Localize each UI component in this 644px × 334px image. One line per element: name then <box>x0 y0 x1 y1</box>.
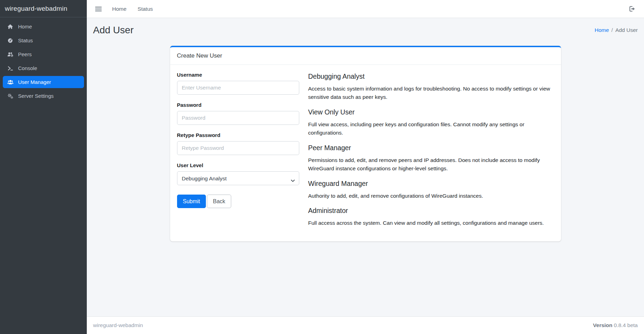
username-group: Username <box>177 72 299 95</box>
card-header: Create New User <box>170 47 561 65</box>
main-area: Home Status Add User Home/Add User Creat… <box>87 0 644 334</box>
role-block-wireguard-manager: Wireguard Manager Authority to add, edit… <box>308 180 554 200</box>
user-level-select[interactable]: Debugging Analyst <box>177 171 299 185</box>
gauge-icon <box>6 38 14 43</box>
role-block-debugging-analyst: Debugging Analyst Access to basic system… <box>308 72 554 102</box>
sidebar-item-label: Console <box>18 65 37 71</box>
role-title: Wireguard Manager <box>308 180 554 188</box>
role-block-administrator: Administrator Full access across the sys… <box>308 207 554 227</box>
content-header: Add User Home/Add User <box>87 18 644 40</box>
sidebar-item-label: Peers <box>18 51 32 57</box>
sidebar-nav: Home Status Peers Console <box>0 17 87 107</box>
sidebar-item-status[interactable]: Status <box>3 34 84 46</box>
sidebar-item-server-settings[interactable]: Server Settings <box>3 90 84 102</box>
role-descriptions: Debugging Analyst Access to basic system… <box>308 72 554 228</box>
terminal-icon <box>6 66 14 71</box>
retype-password-label: Retype Password <box>177 132 299 138</box>
users-gear-icon <box>6 52 14 57</box>
hamburger-icon <box>95 6 102 12</box>
user-level-group: User Level Debugging Analyst <box>177 162 299 185</box>
retype-password-input[interactable] <box>177 141 299 155</box>
role-description: Full view access, including peer keys an… <box>308 120 554 137</box>
footer-version-value: 0.8.4 beta <box>614 322 638 328</box>
form-actions: Submit Back <box>177 195 299 208</box>
password-input[interactable] <box>177 111 299 125</box>
sign-out-icon <box>629 6 636 12</box>
role-title: Administrator <box>308 207 554 215</box>
sidebar-item-peers[interactable]: Peers <box>3 48 84 60</box>
app-root: wireguard-webadmin Home Status Peers <box>0 0 644 334</box>
menu-toggle-button[interactable] <box>94 4 103 14</box>
create-user-form: Username Password Retype Password U <box>177 72 299 228</box>
sidebar: wireguard-webadmin Home Status Peers <box>0 0 87 334</box>
role-description: Authority to add, edit, and remove confi… <box>308 192 554 200</box>
role-title: Debugging Analyst <box>308 72 554 80</box>
username-input[interactable] <box>177 81 299 95</box>
role-description: Access to basic system information and l… <box>308 85 554 102</box>
sidebar-item-label: User Manager <box>18 79 51 85</box>
username-label: Username <box>177 72 299 78</box>
breadcrumb-current: Add User <box>615 27 638 33</box>
navbar-link-home[interactable]: Home <box>112 6 126 12</box>
sidebar-item-label: Home <box>18 24 32 29</box>
users-icon <box>6 79 14 85</box>
card-body: Username Password Retype Password U <box>170 65 561 241</box>
role-title: Peer Manager <box>308 144 554 152</box>
role-block-view-only-user: View Only User Full view access, includi… <box>308 108 554 137</box>
logout-button[interactable] <box>628 5 637 13</box>
sidebar-item-label: Status <box>18 37 33 43</box>
breadcrumb: Home/Add User <box>595 27 638 33</box>
role-description: Full access across the system. Can view … <box>308 219 554 227</box>
password-group: Password <box>177 102 299 125</box>
navbar-link-status[interactable]: Status <box>137 6 153 12</box>
password-label: Password <box>177 102 299 108</box>
page-title: Add User <box>93 25 134 36</box>
home-icon <box>6 24 14 29</box>
sidebar-item-user-manager[interactable]: User Manager <box>3 76 84 88</box>
app-brand[interactable]: wireguard-webadmin <box>0 0 87 17</box>
top-navbar: Home Status <box>87 0 644 18</box>
page-content: Create New User Username Password <box>87 40 644 316</box>
submit-button[interactable]: Submit <box>177 195 206 208</box>
breadcrumb-home-link[interactable]: Home <box>595 27 609 33</box>
main-footer: wireguard-webadmin Version0.8.4 beta <box>87 316 644 334</box>
footer-brand: wireguard-webadmin <box>93 322 143 328</box>
role-block-peer-manager: Peer Manager Permissions to add, edit, a… <box>308 144 554 173</box>
back-button[interactable]: Back <box>207 195 231 208</box>
breadcrumb-separator: / <box>611 27 613 33</box>
gears-icon <box>6 93 14 99</box>
sidebar-item-home[interactable]: Home <box>3 20 84 33</box>
sidebar-item-label: Server Settings <box>18 93 54 99</box>
create-user-card: Create New User Username Password <box>170 46 561 241</box>
card-title: Create New User <box>177 52 222 59</box>
footer-version: Version0.8.4 beta <box>593 322 638 328</box>
sidebar-item-console[interactable]: Console <box>3 62 84 74</box>
retype-password-group: Retype Password <box>177 132 299 155</box>
footer-version-label: Version <box>593 322 612 328</box>
role-description: Permissions to add, edit, and remove pee… <box>308 156 554 173</box>
role-title: View Only User <box>308 108 554 116</box>
user-level-label: User Level <box>177 162 299 168</box>
